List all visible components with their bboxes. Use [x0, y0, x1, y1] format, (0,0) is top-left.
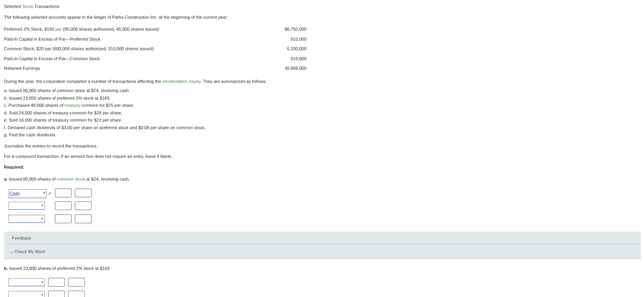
- ledger-amount: 810,000: [259, 54, 310, 64]
- table-row: Retained Earnings 30,888,000: [4, 63, 310, 73]
- chevron-down-icon: ▾: [41, 279, 45, 285]
- ledger-acct: Common Stock, $20 par (800,000 shares au…: [4, 44, 259, 54]
- debit-input[interactable]: [48, 278, 65, 287]
- chevron-down-icon: ▾: [41, 215, 45, 222]
- list-item: g. Paid the cash dividends.: [4, 131, 641, 139]
- intro-text: The following selected accounts appear i…: [4, 14, 641, 21]
- debit-input[interactable]: [55, 189, 72, 197]
- credit-input[interactable]: [75, 189, 92, 197]
- account-select-cash[interactable]: Cash▾: [8, 189, 47, 198]
- table-row: Paid-In Capital in Excess of Par—Common …: [4, 54, 310, 64]
- par-link[interactable]: par: [55, 27, 62, 31]
- chevron-down-icon: ▾: [41, 291, 45, 297]
- check-icon: ✓: [47, 191, 52, 196]
- account-select[interactable]: ▾: [8, 278, 45, 286]
- stockholders-equity-link[interactable]: stockholders' equity: [162, 79, 200, 84]
- ledger-acct: Paid-In Capital in Excess of Par—Common …: [4, 54, 259, 64]
- page-title: Selected Stock Transactions: [4, 3, 641, 10]
- chevron-down-icon: ▾: [41, 202, 45, 208]
- account-select[interactable]: ▾: [8, 291, 45, 297]
- check-my-work-button[interactable]: ▸Check My Work: [4, 244, 641, 255]
- feedback-header: Feedback: [7, 232, 638, 244]
- debit-input[interactable]: [55, 214, 72, 223]
- title-key: Stock: [22, 4, 33, 9]
- common-stock-link[interactable]: common stock: [57, 177, 85, 181]
- debit-input[interactable]: [55, 201, 72, 210]
- account-select[interactable]: ▾: [8, 215, 45, 223]
- debit-input[interactable]: [48, 291, 65, 297]
- section-a-prompt: a. Issued 80,000 shares of common stock …: [4, 176, 641, 183]
- ledger-acct: Retained Earnings: [4, 63, 259, 73]
- ledger-amount: 30,888,000: [259, 63, 310, 73]
- section-a-label: a.: [4, 177, 8, 181]
- account-select[interactable]: ▾: [8, 202, 45, 210]
- section-b-prompt: b. Issued 23,000 shares of preferred 2% …: [4, 265, 641, 272]
- entry-table-b: ▾ ▾ ▾: [6, 276, 88, 297]
- journalize-text: Journalize the entries to record the tra…: [4, 143, 641, 149]
- transaction-list: a. Issued 80,000 shares of common stock …: [4, 87, 641, 139]
- ledger-acct-post: (90,000 shares authorized, 45,000 shares…: [62, 27, 159, 31]
- decorative-paren: ): [0, 82, 0, 95]
- credit-input[interactable]: [75, 214, 92, 223]
- entry-table-a: Cash▾✓ ▾ ▾: [6, 187, 94, 227]
- list-item: c. Purchased 48,000 shares of treasury c…: [4, 102, 641, 109]
- table-row: Paid-In Capital in Excess of Par—Preferr…: [4, 34, 310, 44]
- title-post: Transactions: [33, 4, 59, 9]
- required-label: Required:: [4, 164, 641, 171]
- list-item: a. Issued 80,000 shares of common stock …: [4, 87, 641, 94]
- list-item: b. Issued 23,000 shares of preferred 2% …: [4, 94, 641, 102]
- ledger-acct: Preferred 2% Stock, $150: [4, 27, 55, 31]
- section-b: b. Issued 23,000 shares of preferred 2% …: [4, 265, 641, 297]
- ledger-amount: $6,750,000: [259, 24, 310, 34]
- list-item: d. Sold 24,000 shares of treasury common…: [4, 109, 641, 117]
- compound-text: For a compound transaction, if an amount…: [4, 153, 641, 160]
- treasury-link[interactable]: treasury: [64, 103, 80, 108]
- ledger-table: Preferred 2% Stock, $150 par (90,000 sha…: [4, 24, 310, 73]
- chevron-down-icon: ▾: [42, 190, 45, 196]
- feedback-box-a: Feedback ▸Check My Work: [4, 232, 641, 260]
- table-row: Common Stock, $20 par (800,000 shares au…: [4, 44, 310, 54]
- triangle-icon: ▸: [11, 250, 14, 254]
- credit-input[interactable]: [68, 291, 85, 297]
- title-pre: Selected: [4, 4, 22, 9]
- ledger-acct: Paid-In Capital in Excess of Par—Preferr…: [4, 34, 259, 44]
- during-pre: During the year, the corporation complet…: [4, 79, 162, 84]
- list-item: e. Sold 16,000 shares of treasury common…: [4, 116, 641, 124]
- table-row: Preferred 2% Stock, $150 par (90,000 sha…: [4, 24, 310, 34]
- ledger-amount: 810,000: [259, 34, 310, 44]
- credit-input[interactable]: [68, 278, 85, 287]
- during-post: . They are summarized as follows:: [200, 79, 267, 84]
- section-a: a. Issued 80,000 shares of common stock …: [4, 176, 641, 260]
- list-item: f. Declared cash dividends of $3.00 per …: [4, 124, 641, 132]
- ledger-amount: 6,200,000: [259, 44, 310, 54]
- section-b-label: b.: [4, 266, 8, 271]
- credit-input[interactable]: [75, 201, 92, 210]
- during-text: During the year, the corporation complet…: [4, 78, 641, 85]
